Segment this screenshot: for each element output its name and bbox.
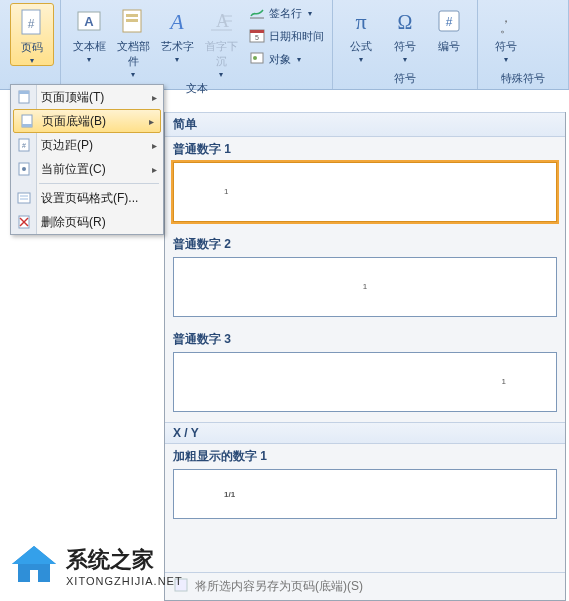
wordart-label: 艺术字 [161, 39, 194, 54]
menu-item-format-page-numbers[interactable]: 设置页码格式(F)... [11, 186, 163, 210]
page-number-label: 页码 [21, 40, 43, 55]
submenu-arrow-icon: ▸ [152, 140, 157, 151]
symbol-label: 符号 [394, 39, 416, 54]
svg-text:5: 5 [255, 34, 259, 41]
menu-item-bottom-of-page[interactable]: 页面底端(B) ▸ [13, 109, 161, 133]
svg-rect-32 [18, 193, 30, 203]
page-number-button[interactable]: # 页码 ▾ [10, 3, 54, 66]
page-number-gallery: 简单 普通数字 1 1 普通数字 2 1 普通数字 3 1 X / Y 加粗显示… [164, 112, 566, 601]
gallery-item-plain-1-label: 普通数字 1 [165, 137, 565, 160]
svg-text:A: A [168, 9, 184, 34]
wordart-button[interactable]: A 艺术字 ▾ [155, 3, 199, 64]
datetime-button[interactable]: 5 日期和时间 [247, 26, 326, 46]
gallery-footer-label: 将所选内容另存为页码(底端)(S) [195, 578, 363, 595]
svg-rect-6 [126, 19, 138, 22]
chevron-down-icon: ▾ [219, 70, 223, 79]
svg-text:A: A [84, 14, 94, 29]
watermark-title: 系统之家 [66, 545, 183, 575]
number-button[interactable]: # 编号 [427, 3, 471, 54]
sample-number: 1 [224, 187, 228, 196]
gallery-footer[interactable]: 将所选内容另存为页码(底端)(S) [165, 572, 565, 600]
gallery-item-plain-2-label: 普通数字 2 [165, 232, 565, 255]
menu-bottom-label: 页面底端(B) [42, 113, 106, 130]
svg-text:#: # [446, 15, 453, 29]
gallery-item-bold-1[interactable]: 1/1 [173, 469, 557, 519]
signature-icon [249, 4, 265, 22]
svg-rect-27 [22, 124, 32, 127]
object-label: 对象 [269, 52, 291, 67]
page-number-icon: # [16, 6, 48, 38]
menu-item-page-margins[interactable]: # 页边距(P) ▸ [11, 133, 163, 157]
gallery-section-xy: X / Y [165, 422, 565, 444]
menu-top-label: 页面顶端(T) [41, 89, 104, 106]
house-icon [10, 542, 58, 589]
watermark-subtitle: XITONGZHIJIA.NET [66, 575, 183, 587]
menu-margins-label: 页边距(P) [41, 137, 93, 154]
svg-text:。: 。 [500, 21, 512, 35]
number-label: 编号 [438, 39, 460, 54]
svg-rect-5 [126, 14, 138, 17]
number-icon: # [433, 5, 465, 37]
dropcap-icon: A [205, 5, 237, 37]
submenu-arrow-icon: ▸ [152, 92, 157, 103]
svg-text:#: # [28, 17, 35, 31]
menu-item-top-of-page[interactable]: 页面顶端(T) ▸ [11, 85, 163, 109]
svg-point-17 [253, 56, 257, 60]
menu-remove-label: 删除页码(R) [41, 214, 106, 231]
signature-line-button[interactable]: 签名行 ▾ [247, 3, 326, 23]
chevron-down-icon: ▾ [87, 55, 91, 64]
page-top-icon [16, 89, 32, 105]
special-symbol-button[interactable]: ，。 符号 ▾ [484, 3, 528, 64]
sample-number: 1 [502, 377, 506, 386]
omega-icon: Ω [389, 5, 421, 37]
chevron-down-icon: ▾ [403, 55, 407, 64]
gallery-item-plain-2[interactable]: 1 [173, 257, 557, 317]
group-symbols-label: 符号 [339, 69, 471, 89]
menu-format-label: 设置页码格式(F)... [41, 190, 138, 207]
sample-number: 1 [363, 282, 367, 291]
submenu-arrow-icon: ▸ [149, 116, 154, 127]
docparts-button[interactable]: 文档部件 ▾ [111, 3, 155, 79]
gallery-item-plain-1[interactable]: 1 [173, 162, 557, 222]
symbol-button[interactable]: Ω 符号 ▾ [383, 3, 427, 64]
calendar-icon: 5 [249, 27, 265, 45]
object-icon [249, 50, 265, 68]
group-special-label: 特殊符号 [484, 69, 562, 89]
chevron-down-icon: ▾ [175, 55, 179, 64]
gallery-section-simple: 简单 [165, 112, 565, 137]
watermark: 系统之家 XITONGZHIJIA.NET [10, 542, 183, 589]
svg-marker-40 [12, 546, 56, 564]
textbox-label: 文本框 [73, 39, 106, 54]
menu-separator [39, 183, 159, 184]
svg-rect-25 [19, 91, 29, 94]
docparts-label: 文档部件 [113, 39, 153, 69]
svg-text:π: π [355, 9, 366, 34]
pi-icon: π [345, 5, 377, 37]
menu-item-current-position[interactable]: 当前位置(C) ▸ [11, 157, 163, 181]
special-symbol-icon: ，。 [490, 5, 522, 37]
page-number-menu: 页面顶端(T) ▸ 页面底端(B) ▸ # 页边距(P) ▸ 当前位置(C) ▸… [10, 84, 164, 235]
special-label: 符号 [495, 39, 517, 54]
dropcap-button[interactable]: A 首字下沉 ▾ [199, 3, 243, 79]
gallery-item-plain-3[interactable]: 1 [173, 352, 557, 412]
menu-item-remove-page-numbers[interactable]: 删除页码(R) [11, 210, 163, 234]
ribbon: # 页码 ▾ A 文本框 ▾ 文档部件 ▾ [0, 0, 569, 90]
current-position-icon [16, 161, 32, 177]
gallery-item-bold-1-label: 加粗显示的数字 1 [165, 444, 565, 467]
page-margins-icon: # [16, 137, 32, 153]
gallery-item-plain-3-label: 普通数字 3 [165, 327, 565, 350]
svg-rect-14 [250, 30, 264, 33]
object-button[interactable]: 对象 ▾ [247, 49, 326, 69]
equation-label: 公式 [350, 39, 372, 54]
chevron-down-icon: ▾ [504, 55, 508, 64]
textbox-button[interactable]: A 文本框 ▾ [67, 3, 111, 64]
equation-button[interactable]: π 公式 ▾ [339, 3, 383, 64]
svg-text:#: # [22, 142, 26, 149]
svg-point-31 [22, 167, 26, 171]
chevron-down-icon: ▾ [131, 70, 135, 79]
signature-label: 签名行 [269, 6, 302, 21]
dropcap-label: 首字下沉 [201, 39, 241, 69]
menu-current-label: 当前位置(C) [41, 161, 106, 178]
docparts-icon [117, 5, 149, 37]
datetime-label: 日期和时间 [269, 29, 324, 44]
